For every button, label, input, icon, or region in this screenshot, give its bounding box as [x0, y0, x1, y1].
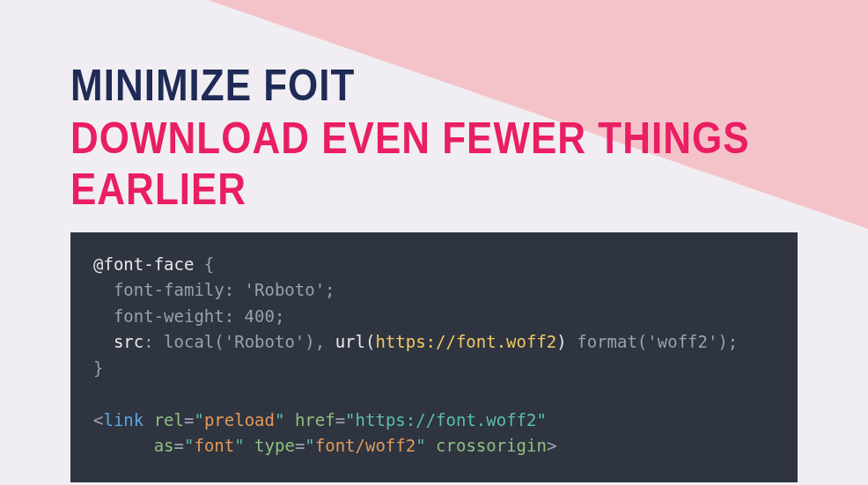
paren-open: ( [214, 332, 224, 351]
space [567, 332, 577, 351]
semi: ; [325, 280, 335, 299]
quote: " [305, 436, 314, 455]
rel-val: preload [204, 410, 275, 430]
attr-href: href [295, 410, 335, 430]
as-val: font [194, 436, 234, 455]
space [426, 436, 436, 455]
attr-as: as [154, 436, 174, 455]
eq: = [174, 436, 184, 455]
space [143, 410, 153, 430]
tag-name: link [103, 410, 143, 430]
paren-close: ) [305, 332, 314, 351]
attr-crossorigin: crossorigin [436, 436, 547, 455]
attr-type: type [254, 436, 295, 455]
font-weight-val: 400 [245, 306, 275, 326]
paren-close: ) [556, 332, 566, 351]
angle-open: < [93, 410, 103, 430]
quote: " [345, 410, 355, 430]
url-fn: url [335, 332, 365, 351]
space [284, 410, 294, 430]
indent [93, 436, 154, 455]
space [245, 436, 254, 455]
quote: " [416, 436, 425, 455]
eq: = [295, 436, 305, 455]
heading-line-2: DOWNLOAD EVEN FEWER THINGS EARLIER [70, 113, 798, 214]
paren-close: ) [717, 332, 727, 351]
attr-rel: rel [154, 410, 184, 430]
quote: " [194, 410, 203, 430]
paren-open: ( [637, 332, 647, 351]
semi: ; [275, 306, 284, 326]
src-prop: src [114, 332, 143, 351]
brace-open: { [194, 254, 214, 274]
format-arg: 'woff2' [647, 332, 717, 351]
font-weight-prop: font-weight: [93, 306, 245, 326]
quote: " [184, 436, 194, 455]
angle-close: > [547, 436, 556, 455]
url-arg: https://font.woff2 [375, 332, 556, 351]
slide-content: MINIMIZE FOIT DOWNLOAD EVEN FEWER THINGS… [0, 0, 868, 482]
quote: " [234, 436, 244, 455]
heading-line-1: MINIMIZE FOIT [70, 60, 798, 111]
src-indent [93, 332, 114, 351]
code-block: @font-face { font-family: 'Roboto'; font… [70, 232, 798, 482]
font-family-prop: font-family: [93, 280, 245, 299]
brace-close: } [93, 358, 103, 378]
type-val: font/woff2 [315, 436, 416, 455]
semi: ; [728, 332, 738, 351]
eq: = [184, 410, 194, 430]
css-at-rule: @font-face [93, 254, 194, 274]
local-arg: 'Roboto' [224, 332, 305, 351]
font-family-val: 'Roboto' [245, 280, 326, 299]
local-fn: local [164, 332, 214, 351]
colon: : [143, 332, 164, 351]
quote: " [275, 410, 284, 430]
quote: " [536, 410, 546, 430]
format-fn: format [577, 332, 637, 351]
eq: = [335, 410, 345, 430]
href-val: https://font.woff2 [356, 410, 537, 430]
paren-open: ( [365, 332, 375, 351]
comma: , [315, 332, 335, 351]
